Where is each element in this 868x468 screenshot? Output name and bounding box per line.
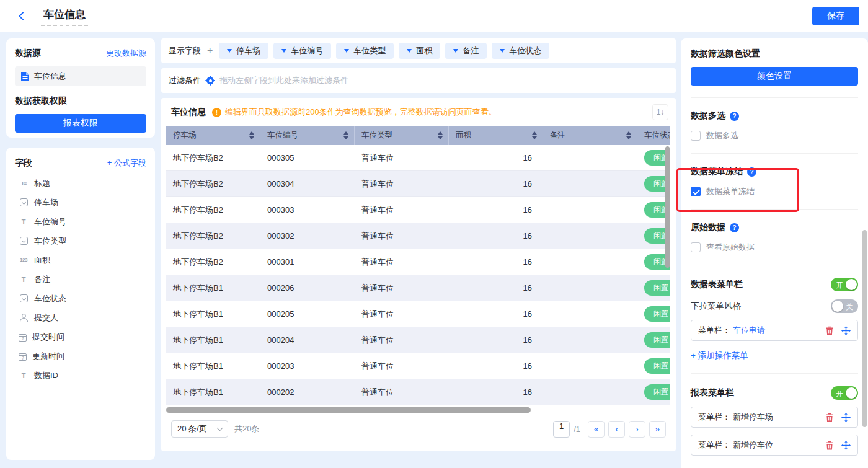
report-permission-button[interactable]: 报表权限 xyxy=(15,114,146,133)
first-page-button[interactable]: « xyxy=(588,421,604,438)
field-item[interactable]: 数据ID xyxy=(15,366,146,385)
raw-data-checkbox-row[interactable]: 查看原始数据 xyxy=(691,242,858,253)
table-row[interactable]: 地下停车场B1000205普通车位16闲置 xyxy=(166,301,670,327)
page-number-input[interactable]: 1 xyxy=(553,421,570,438)
last-page-button[interactable]: » xyxy=(649,421,666,438)
select-icon xyxy=(20,198,28,206)
move-icon[interactable] xyxy=(841,413,851,422)
sort-arrows-icon[interactable] xyxy=(343,131,348,139)
sort-order-button[interactable]: 1↓ xyxy=(652,104,668,120)
field-chip[interactable]: 车位编号 xyxy=(273,43,331,59)
column-header[interactable]: 车位类型 xyxy=(355,126,449,145)
formula-field-link[interactable]: + 公式字段 xyxy=(107,157,146,169)
table-row[interactable]: 地下停车场B1000206普通车位16闲置 xyxy=(166,275,670,301)
field-item[interactable]: 面积 xyxy=(15,250,146,270)
table-row[interactable]: 地下停车场B2000303普通车位16闲置 xyxy=(166,197,670,223)
sort-arrows-icon[interactable] xyxy=(438,131,443,139)
change-datasource-link[interactable]: 更改数据源 xyxy=(106,48,146,59)
checkbox-checked[interactable] xyxy=(691,187,701,196)
data-preview-panel: 车位信息 ! 编辑界面只取数据源前200条作为查询数据预览，完整数据请访问页面查… xyxy=(161,98,676,451)
fields-heading: 字段 xyxy=(15,157,32,169)
field-chip[interactable]: 停车场 xyxy=(219,43,268,59)
multi-select-checkbox-row[interactable]: 数据多选 xyxy=(691,130,858,141)
table-row[interactable]: 地下停车场B2000301普通车位16闲置 xyxy=(166,249,670,275)
menu-item-row[interactable]: 菜单栏： 新增停车场 xyxy=(691,407,858,428)
save-button[interactable]: 保存 xyxy=(812,7,859,25)
report-menu-toggle[interactable]: 开 xyxy=(831,386,858,400)
help-icon[interactable]: ? xyxy=(730,223,739,232)
trash-icon[interactable] xyxy=(825,413,834,422)
gear-icon[interactable] xyxy=(206,76,215,85)
menu-freeze-checkbox-row[interactable]: 数据菜单冻结 xyxy=(691,186,858,197)
filter-label: 过滤条件 xyxy=(169,75,201,86)
number-icon xyxy=(19,255,29,265)
datasource-heading: 数据源 xyxy=(15,48,41,59)
table-row[interactable]: 地下停车场B2000304普通车位16闲置 xyxy=(166,171,670,197)
table-vertical-scrollbar[interactable] xyxy=(665,146,670,268)
menu-item-prefix: 菜单栏： xyxy=(698,325,730,336)
page-size-select[interactable]: 20 条/页 xyxy=(171,420,228,438)
status-badge: 闲置 xyxy=(644,384,670,400)
menu-item-value[interactable]: 车位申请 xyxy=(733,325,765,336)
checkbox-unchecked[interactable] xyxy=(691,242,701,252)
field-chip[interactable]: 车位状态 xyxy=(492,43,549,59)
chevron-down-icon xyxy=(500,49,505,53)
column-header[interactable]: 面积 xyxy=(449,126,543,145)
datasource-item[interactable]: 车位信息 xyxy=(15,66,146,86)
sort-arrows-icon[interactable] xyxy=(532,131,537,139)
date-icon xyxy=(19,353,27,361)
menu-item-row[interactable]: 菜单栏： 车位申请 xyxy=(691,320,858,341)
field-item[interactable]: 车位编号 xyxy=(15,212,146,231)
field-item[interactable]: 标题 xyxy=(15,174,146,193)
prev-page-button[interactable]: ‹ xyxy=(608,421,625,438)
topbar: 车位信息 保存 xyxy=(0,0,868,32)
field-item[interactable]: 提交时间 xyxy=(15,327,146,347)
field-item[interactable]: 备注 xyxy=(15,270,146,289)
table-menu-toggle[interactable]: 开 xyxy=(831,278,858,291)
page-scrollbar-thumb[interactable] xyxy=(862,230,867,427)
color-settings-button[interactable]: 颜色设置 xyxy=(691,67,858,86)
field-item[interactable]: 车位类型 xyxy=(15,231,146,250)
back-button[interactable] xyxy=(15,8,31,24)
table-row[interactable]: 地下停车场B2000302普通车位16闲置 xyxy=(166,223,670,249)
move-icon[interactable] xyxy=(841,326,851,335)
trash-icon[interactable] xyxy=(825,441,834,450)
table-row[interactable]: 地下停车场B2000305普通车位16闲置 xyxy=(166,145,670,171)
table-horizontal-scrollbar[interactable] xyxy=(166,407,671,413)
field-item[interactable]: 停车场 xyxy=(15,193,146,212)
sort-arrows-icon[interactable] xyxy=(626,131,631,139)
chevron-down-icon xyxy=(453,49,458,53)
add-action-menu-link[interactable]: + 添加操作菜单 xyxy=(691,350,858,361)
field-item[interactable]: 车位状态 xyxy=(15,289,146,308)
field-chip[interactable]: 备注 xyxy=(445,43,487,59)
menu-item-row[interactable]: 菜单栏： 新增停车位 xyxy=(691,435,858,456)
report-menu-heading: 报表菜单栏 xyxy=(691,387,734,399)
field-chip[interactable]: 车位类型 xyxy=(336,43,394,59)
column-header[interactable]: 停车场 xyxy=(166,126,260,145)
help-icon[interactable]: ? xyxy=(747,167,756,177)
divider xyxy=(691,265,858,265)
filter-bar[interactable]: 过滤条件 拖动左侧字段到此处来添加过滤条件 xyxy=(161,68,676,93)
column-header[interactable]: 车位状态 xyxy=(637,126,670,145)
divider xyxy=(691,373,858,374)
checkbox-unchecked[interactable] xyxy=(691,131,701,141)
field-item[interactable]: 提交人 xyxy=(15,308,146,327)
add-display-field-button[interactable]: + xyxy=(206,45,214,56)
chevron-down-icon xyxy=(407,49,412,53)
scrollbar-thumb[interactable] xyxy=(166,407,531,413)
sort-arrows-icon[interactable] xyxy=(249,131,254,139)
toggle-knob xyxy=(846,279,857,290)
trash-icon[interactable] xyxy=(825,326,834,335)
column-header[interactable]: 备注 xyxy=(543,126,637,145)
field-item[interactable]: 更新时间 xyxy=(15,347,146,366)
dropdown-style-toggle[interactable]: 关 xyxy=(831,299,858,313)
move-icon[interactable] xyxy=(841,441,851,450)
table-row[interactable]: 地下停车场B1000203普通车位16闲置 xyxy=(166,353,670,379)
field-chip[interactable]: 面积 xyxy=(399,43,440,59)
column-header[interactable]: 车位编号 xyxy=(260,126,355,145)
color-settings-heading: 数据筛选颜色设置 xyxy=(691,48,858,60)
table-row[interactable]: 地下停车场B1000204普通车位16闲置 xyxy=(166,327,670,353)
table-row[interactable]: 地下停车场B1000202普通车位16闲置 xyxy=(166,379,670,405)
help-icon[interactable]: ? xyxy=(730,112,739,121)
next-page-button[interactable]: › xyxy=(629,421,645,438)
